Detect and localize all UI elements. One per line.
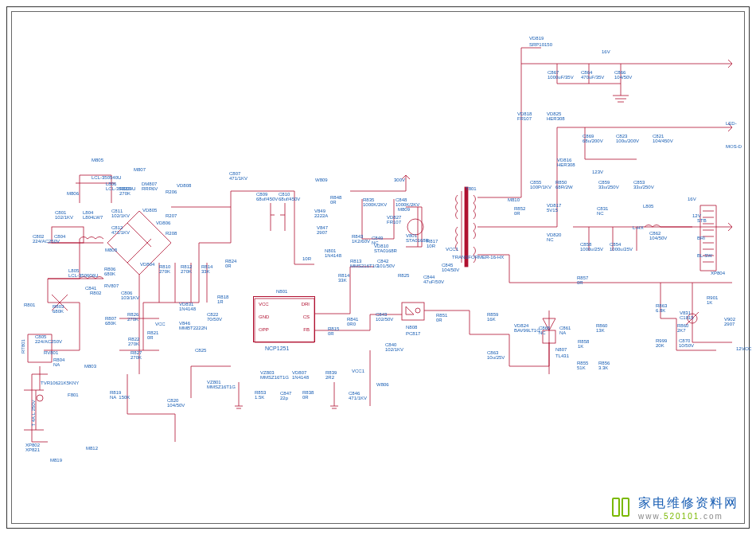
ic-n807-part: TL431 (555, 353, 569, 358)
lbl-vd817: VD817 5V15 (547, 203, 561, 213)
lbl-r807b: R807 680K (105, 316, 116, 326)
lbl-c806: C806 103/1KV (121, 291, 139, 300)
lbl-v849: V849 2222A (314, 209, 328, 218)
lbl-vcc1b: VCC1 (352, 369, 364, 373)
lbl-vd824: VD824 BAV99LT1G (514, 323, 540, 333)
lbl-c802: C802 224/AC250V (33, 234, 60, 244)
lbl-c840: C840 102/1KV (385, 342, 403, 352)
lbl-r855: R855 51K (577, 361, 588, 370)
lbl-c823: C823 100u/200V (616, 134, 639, 143)
lbl-vd810: VD810 STA0168R (374, 244, 397, 253)
lbl-l805b: L805 LCL-350606U (68, 268, 98, 278)
rail-16v: 16V (688, 197, 696, 201)
lbl-c810: C810 68uf/450V (279, 192, 300, 201)
ic-n801: N801 NCP1251 VCC GND OPP DRI CS FB (253, 296, 315, 342)
svg-point-2 (407, 219, 423, 235)
lbl-c864: C864 470uF/35V (581, 70, 604, 80)
lbl-v801: V801 STA0168R (406, 233, 429, 243)
ic-n801-ref: N801 (276, 289, 287, 294)
lbl-txfmr: TRANSFORMER-16-HX (452, 255, 504, 260)
lbl-m819: M819 (50, 458, 62, 463)
lbl-rt801: RT801 (21, 339, 25, 353)
lbl-r843: R843 1K2/60V (352, 234, 370, 244)
pin-opp: OPP (259, 327, 269, 332)
lbl-vd827: VD827 FR107 (387, 215, 401, 225)
lbl-vd825: VD825 HER308 (547, 111, 565, 121)
lbl-r821: R821 0R (147, 330, 158, 340)
pin-dri: DRI (302, 302, 310, 307)
rail-blsw: BL-SW (697, 253, 712, 258)
lbl-vd805: VD805 (142, 208, 157, 213)
lbl-c805: C805 224/AC250V (35, 334, 62, 344)
lbl-r822: R822 270K (128, 337, 139, 346)
lbl-vd808: VD808 (177, 183, 191, 188)
lbl-vz803: VZ803 MMSZ16T1G (260, 370, 289, 380)
watermark-chinese: 家电维修资料网 (638, 495, 738, 512)
lbl-r851: R851 0R (436, 313, 447, 322)
lbl-r858: R858 1K (578, 339, 589, 349)
lbl-l804: L804 L804LW7 (83, 210, 103, 220)
lbl-rv807: RV807 (104, 283, 119, 288)
lbl-m812: M812 (86, 446, 98, 451)
lbl-xp802: XP802 XP821 (25, 443, 40, 452)
lbl-vd820: VD820 NC (547, 232, 561, 242)
lbl-c811: C811 102/1KV (111, 209, 130, 218)
lbl-vd804: VD804 (140, 262, 154, 267)
rail-vcc1: VCC1 (446, 247, 458, 252)
lbl-r853: R853 1.5K (255, 390, 266, 400)
rail-123v: 123V (592, 170, 603, 174)
ic-n808-part: PC817 (406, 331, 420, 336)
lbl-c843: C843 102/50V (376, 312, 393, 322)
lbl-c858: C858 1000u/25V (580, 242, 603, 252)
lbl-c841: C841 (85, 286, 96, 291)
lbl-r827: R827 270K (131, 350, 142, 360)
lbl-dm807: DM807 RRR6V (142, 182, 158, 191)
lbl-r857: R857 0R (577, 275, 588, 285)
lbl-r803: R803 680K (53, 304, 64, 314)
wm-url-mid: 520101 (664, 512, 699, 521)
lbl-m809: M809 (398, 207, 410, 212)
lbl-r815: R815 0R (328, 326, 339, 336)
lbl-r841: R841 0R0 (347, 317, 358, 326)
lbl-c807: C807 471/1KV (229, 171, 247, 181)
lbl-c844: C844 47uF/50V (423, 275, 444, 284)
lbl-r901: R901 1K (707, 295, 718, 305)
watermark: 家电维修资料网 www.520101.com (611, 495, 738, 521)
pin-gnd: GND (259, 314, 269, 319)
lbl-c853: C853 33u/250V (633, 180, 654, 189)
lbl-r863: R863 6.8K (656, 303, 667, 313)
rail-bri: BRI (697, 236, 705, 240)
lbl-c821: C821 104/450V (653, 134, 673, 143)
pin-vcc: VCC (259, 302, 269, 307)
lbl-vd816: VD816 HER308 (557, 158, 575, 167)
lbl-r804: R804 NA (53, 357, 64, 367)
lbl-r208: R208 (166, 231, 177, 236)
watermark-url: www.520101.com (638, 512, 738, 521)
watermark-logo-icon (611, 498, 633, 518)
lbl-tvr: TVR10621K5KNY (41, 381, 79, 385)
lbl-r207: R207 (166, 213, 177, 218)
svg-rect-4 (402, 303, 424, 320)
lbl-c801: C801 102/1KV (55, 210, 73, 220)
pin-cs: CS (303, 314, 310, 319)
lbl-r824: R824 0R (225, 259, 236, 268)
lbl-c831: C831 NC (597, 206, 608, 216)
lbl-m810: M810 (508, 197, 520, 202)
lbl-r852: R852 0R (514, 206, 525, 216)
lbl-v902: V902 2907 (724, 317, 735, 326)
rail-16v-top: 16V (602, 49, 610, 54)
lbl-r856: R856 3.3K (598, 361, 610, 370)
lbl-c848: C848 1000K/2KV (396, 197, 419, 207)
lbl-t801: T801 (466, 186, 477, 191)
lbl-c855: C855 100P/1KV (530, 180, 551, 189)
lbl-r810b: R810 270K (159, 264, 170, 274)
lbl-m808: M808 (105, 248, 117, 252)
lbl-r819: R819 NA 150K (110, 390, 130, 400)
lbl-lcl: LCL-350540U (92, 175, 121, 180)
rail-led: LED- (726, 121, 737, 126)
lbl-r806: R806 680K (104, 267, 115, 276)
lbl-r801: R801 (24, 303, 35, 307)
svg-point-5 (415, 308, 420, 313)
lbl-vd807: VD807 1N4148 (292, 370, 309, 380)
lbl-r835: R835 1000K/2KV (363, 197, 387, 207)
